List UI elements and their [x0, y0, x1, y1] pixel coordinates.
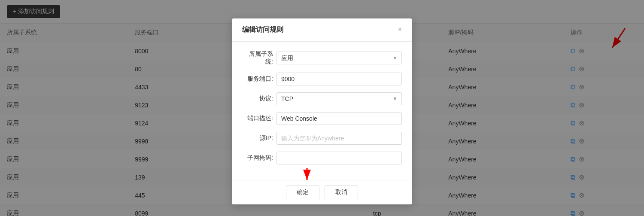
mask-label: 子网掩码: — [242, 154, 276, 162]
modal-footer: 确定 取消 — [232, 180, 412, 204]
subsystem-select-wrapper: 应用系统数据库 ▼ — [276, 52, 402, 64]
desc-label: 端口描述: — [242, 115, 276, 122]
form-row-description: 端口描述: — [242, 112, 402, 125]
modal-title: 编辑访问规则 — [242, 25, 283, 34]
form-row-port: 服务端口: — [242, 73, 402, 85]
confirm-button[interactable]: 确定 — [286, 186, 319, 199]
page-wrapper: + 添加访问规则 所属子系统 服务端口 端口描述 协议 源IP/掩码 操作 应用… — [0, 0, 644, 216]
source-label: 源IP: — [242, 134, 276, 142]
form-row-protocol: 协议: TCPUDPICMP ▼ — [242, 92, 402, 105]
protocol-label: 协议: — [242, 95, 276, 103]
modal-header: 编辑访问规则 × — [232, 18, 412, 42]
form-row-mask: 子网掩码: — [242, 152, 402, 164]
form-row-source: 源IP: — [242, 132, 402, 145]
mask-input[interactable] — [276, 152, 402, 164]
subsystem-label: 所属子系统: — [242, 50, 276, 66]
subsystem-select[interactable]: 应用系统数据库 — [276, 52, 402, 64]
cancel-button[interactable]: 取消 — [325, 186, 358, 199]
modal-body: 所属子系统: 应用系统数据库 ▼ 服务端口: 协议: TCPUDPICMP — [232, 42, 412, 180]
port-input[interactable] — [276, 73, 402, 85]
protocol-select-wrapper: TCPUDPICMP ▼ — [276, 92, 402, 105]
edit-modal: 编辑访问规则 × 所属子系统: 应用系统数据库 ▼ 服务端口: — [232, 18, 412, 204]
desc-input[interactable] — [276, 112, 402, 125]
protocol-select[interactable]: TCPUDPICMP — [276, 92, 402, 105]
form-row-subsystem: 所属子系统: 应用系统数据库 ▼ — [242, 50, 402, 66]
source-input[interactable] — [276, 132, 402, 145]
modal-close-button[interactable]: × — [398, 26, 402, 33]
port-label: 服务端口: — [242, 75, 276, 83]
modal-overlay: 编辑访问规则 × 所属子系统: 应用系统数据库 ▼ 服务端口: — [0, 0, 644, 216]
